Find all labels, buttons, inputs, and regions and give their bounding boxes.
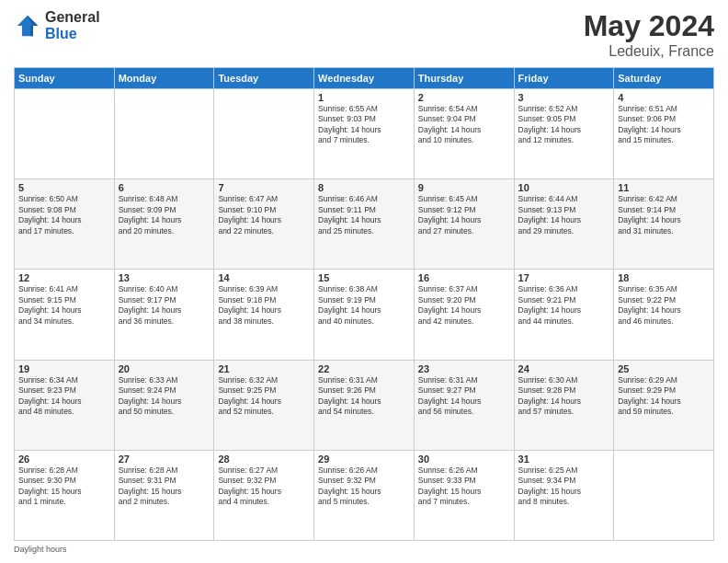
- day-info: Sunrise: 6:26 AM Sunset: 9:33 PM Dayligh…: [418, 465, 510, 508]
- header: General Blue May 2024 Ledeuix, France: [14, 9, 714, 60]
- day-number: 30: [418, 454, 510, 465]
- day-number: 22: [318, 363, 410, 374]
- calendar-week-3: 12Sunrise: 6:41 AM Sunset: 9:15 PM Dayli…: [15, 270, 714, 360]
- calendar-cell: 15Sunrise: 6:38 AM Sunset: 9:19 PM Dayli…: [314, 270, 415, 360]
- col-friday: Friday: [514, 68, 614, 89]
- day-number: 24: [518, 363, 610, 374]
- day-info: Sunrise: 6:50 AM Sunset: 9:08 PM Dayligh…: [18, 194, 110, 236]
- day-info: Sunrise: 6:39 AM Sunset: 9:18 PM Dayligh…: [218, 284, 310, 327]
- col-sunday: Sunday: [15, 68, 115, 89]
- day-info: Sunrise: 6:29 AM Sunset: 9:29 PM Dayligh…: [618, 375, 710, 418]
- day-number: 7: [218, 182, 310, 193]
- day-number: 26: [18, 454, 110, 465]
- day-info: Sunrise: 6:40 AM Sunset: 9:17 PM Dayligh…: [119, 284, 210, 327]
- title-month: May 2024: [584, 9, 714, 43]
- day-number: 23: [418, 363, 510, 374]
- calendar-week-4: 19Sunrise: 6:34 AM Sunset: 9:23 PM Dayli…: [15, 360, 714, 450]
- calendar-cell: 26Sunrise: 6:28 AM Sunset: 9:30 PM Dayli…: [15, 450, 115, 540]
- day-info: Sunrise: 6:27 AM Sunset: 9:32 PM Dayligh…: [218, 465, 310, 508]
- day-number: 31: [518, 454, 610, 465]
- day-number: 10: [518, 182, 610, 193]
- day-info: Sunrise: 6:47 AM Sunset: 9:10 PM Dayligh…: [218, 194, 310, 236]
- day-number: 29: [318, 454, 410, 465]
- calendar-cell: 7Sunrise: 6:47 AM Sunset: 9:10 PM Daylig…: [214, 179, 314, 270]
- calendar-cell: 2Sunrise: 6:54 AM Sunset: 9:04 PM Daylig…: [414, 89, 514, 179]
- calendar-week-5: 26Sunrise: 6:28 AM Sunset: 9:30 PM Dayli…: [15, 450, 714, 540]
- day-number: 3: [518, 92, 610, 103]
- day-info: Sunrise: 6:34 AM Sunset: 9:23 PM Dayligh…: [18, 375, 110, 418]
- calendar-cell: 22Sunrise: 6:31 AM Sunset: 9:26 PM Dayli…: [314, 360, 415, 450]
- day-info: Sunrise: 6:32 AM Sunset: 9:25 PM Dayligh…: [218, 375, 310, 418]
- calendar-cell: 3Sunrise: 6:52 AM Sunset: 9:05 PM Daylig…: [514, 89, 614, 179]
- col-tuesday: Tuesday: [214, 68, 314, 89]
- day-number: 17: [518, 272, 610, 283]
- day-number: 15: [318, 272, 410, 283]
- day-number: 2: [418, 92, 510, 103]
- day-info: Sunrise: 6:52 AM Sunset: 9:05 PM Dayligh…: [518, 104, 610, 146]
- calendar-cell: 4Sunrise: 6:51 AM Sunset: 9:06 PM Daylig…: [614, 89, 714, 179]
- day-number: 21: [218, 363, 310, 374]
- day-info: Sunrise: 6:51 AM Sunset: 9:06 PM Dayligh…: [618, 104, 710, 146]
- day-info: Sunrise: 6:45 AM Sunset: 9:12 PM Dayligh…: [418, 194, 510, 236]
- calendar-cell: 1Sunrise: 6:55 AM Sunset: 9:03 PM Daylig…: [314, 89, 415, 179]
- footer-note: Daylight hours: [14, 545, 714, 554]
- col-thursday: Thursday: [414, 68, 514, 89]
- day-info: Sunrise: 6:28 AM Sunset: 9:31 PM Dayligh…: [119, 465, 210, 508]
- day-info: Sunrise: 6:46 AM Sunset: 9:11 PM Dayligh…: [318, 194, 410, 236]
- calendar-cell: 14Sunrise: 6:39 AM Sunset: 9:18 PM Dayli…: [214, 270, 314, 360]
- day-number: 27: [119, 454, 210, 465]
- calendar-cell: 16Sunrise: 6:37 AM Sunset: 9:20 PM Dayli…: [414, 270, 514, 360]
- day-info: Sunrise: 6:42 AM Sunset: 9:14 PM Dayligh…: [618, 194, 710, 236]
- day-number: 25: [618, 363, 710, 374]
- calendar-cell: 27Sunrise: 6:28 AM Sunset: 9:31 PM Dayli…: [114, 450, 214, 540]
- calendar-cell: 10Sunrise: 6:44 AM Sunset: 9:13 PM Dayli…: [514, 179, 614, 270]
- logo-text: General Blue: [45, 9, 100, 41]
- day-info: Sunrise: 6:55 AM Sunset: 9:03 PM Dayligh…: [318, 104, 410, 146]
- day-number: 9: [418, 182, 510, 193]
- day-info: Sunrise: 6:35 AM Sunset: 9:22 PM Dayligh…: [618, 284, 710, 327]
- day-number: 14: [218, 272, 310, 283]
- calendar-cell: [614, 450, 714, 540]
- day-info: Sunrise: 6:38 AM Sunset: 9:19 PM Dayligh…: [318, 284, 410, 327]
- calendar-cell: 6Sunrise: 6:48 AM Sunset: 9:09 PM Daylig…: [114, 179, 214, 270]
- logo-blue-text: Blue: [45, 26, 100, 42]
- calendar-cell: 17Sunrise: 6:36 AM Sunset: 9:21 PM Dayli…: [514, 270, 614, 360]
- calendar-cell: 12Sunrise: 6:41 AM Sunset: 9:15 PM Dayli…: [15, 270, 115, 360]
- calendar-cell: 23Sunrise: 6:31 AM Sunset: 9:27 PM Dayli…: [414, 360, 514, 450]
- calendar-cell: 29Sunrise: 6:26 AM Sunset: 9:32 PM Dayli…: [314, 450, 415, 540]
- logo-general-text: General: [45, 9, 100, 26]
- day-info: Sunrise: 6:41 AM Sunset: 9:15 PM Dayligh…: [18, 284, 110, 327]
- day-number: 11: [618, 182, 710, 193]
- calendar-header-row: Sunday Monday Tuesday Wednesday Thursday…: [15, 68, 714, 89]
- title-location: Ledeuix, France: [584, 43, 714, 60]
- day-number: 18: [618, 272, 710, 283]
- day-info: Sunrise: 6:37 AM Sunset: 9:20 PM Dayligh…: [418, 284, 510, 327]
- logo-icon: [14, 12, 41, 40]
- day-info: Sunrise: 6:31 AM Sunset: 9:26 PM Dayligh…: [318, 375, 410, 418]
- day-number: 13: [119, 272, 210, 283]
- day-info: Sunrise: 6:26 AM Sunset: 9:32 PM Dayligh…: [318, 465, 410, 508]
- title-block: May 2024 Ledeuix, France: [584, 9, 714, 60]
- calendar-week-1: 1Sunrise: 6:55 AM Sunset: 9:03 PM Daylig…: [15, 89, 714, 179]
- page: General Blue May 2024 Ledeuix, France Su…: [0, 0, 728, 563]
- calendar-cell: [15, 89, 115, 179]
- calendar-cell: 25Sunrise: 6:29 AM Sunset: 9:29 PM Dayli…: [614, 360, 714, 450]
- day-number: 28: [218, 454, 310, 465]
- calendar-cell: 31Sunrise: 6:25 AM Sunset: 9:34 PM Dayli…: [514, 450, 614, 540]
- calendar-cell: 24Sunrise: 6:30 AM Sunset: 9:28 PM Dayli…: [514, 360, 614, 450]
- day-info: Sunrise: 6:33 AM Sunset: 9:24 PM Dayligh…: [119, 375, 210, 418]
- calendar-cell: 5Sunrise: 6:50 AM Sunset: 9:08 PM Daylig…: [15, 179, 115, 270]
- day-info: Sunrise: 6:25 AM Sunset: 9:34 PM Dayligh…: [518, 465, 610, 508]
- calendar-cell: 30Sunrise: 6:26 AM Sunset: 9:33 PM Dayli…: [414, 450, 514, 540]
- calendar-cell: 21Sunrise: 6:32 AM Sunset: 9:25 PM Dayli…: [214, 360, 314, 450]
- day-info: Sunrise: 6:54 AM Sunset: 9:04 PM Dayligh…: [418, 104, 510, 146]
- calendar-cell: 8Sunrise: 6:46 AM Sunset: 9:11 PM Daylig…: [314, 179, 415, 270]
- day-info: Sunrise: 6:36 AM Sunset: 9:21 PM Dayligh…: [518, 284, 610, 327]
- day-info: Sunrise: 6:28 AM Sunset: 9:30 PM Dayligh…: [18, 465, 110, 508]
- col-monday: Monday: [114, 68, 214, 89]
- day-info: Sunrise: 6:44 AM Sunset: 9:13 PM Dayligh…: [518, 194, 610, 236]
- calendar-cell: [214, 89, 314, 179]
- calendar-cell: 20Sunrise: 6:33 AM Sunset: 9:24 PM Dayli…: [114, 360, 214, 450]
- col-wednesday: Wednesday: [314, 68, 415, 89]
- day-number: 12: [18, 272, 110, 283]
